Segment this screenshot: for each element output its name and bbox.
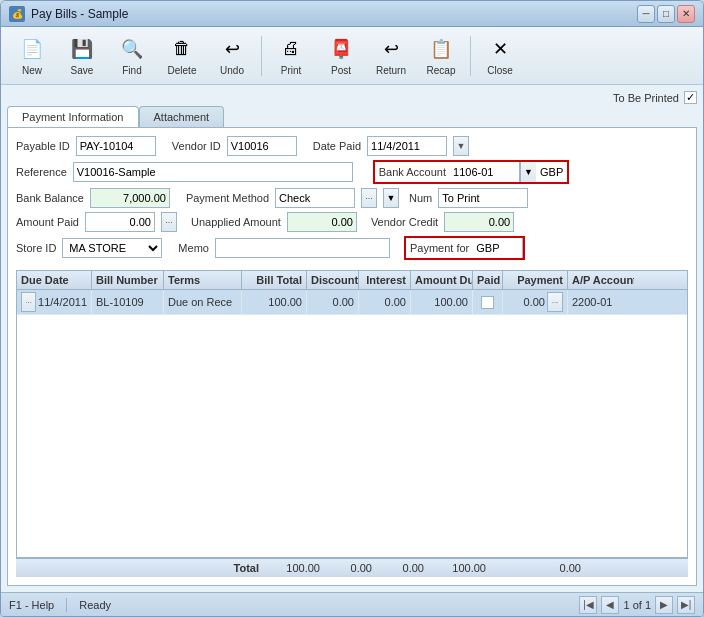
row-amount-paid: Amount Paid ··· Unapplied Amount Vendor …	[16, 212, 688, 232]
close-button[interactable]: ✕ Close	[477, 31, 523, 81]
title-bar: 💰 Pay Bills - Sample ─ □ ✕	[1, 1, 703, 27]
row-payable-id: Payable ID Vendor ID Date Paid ▼	[16, 136, 688, 156]
return-button[interactable]: ↩ Return	[368, 31, 414, 81]
nav-last-button[interactable]: ▶|	[677, 596, 695, 614]
status-text: Ready	[79, 599, 111, 611]
undo-icon: ↩	[218, 35, 246, 63]
col-header-billnum: Bill Number	[92, 271, 164, 289]
recap-label: Recap	[427, 65, 456, 76]
status-bar: F1 - Help Ready |◀ ◀ 1 of 1 ▶ ▶|	[1, 592, 703, 616]
nav-prev-button[interactable]: ◀	[601, 596, 619, 614]
bank-balance-input[interactable]	[90, 188, 170, 208]
print-label: Print	[281, 65, 302, 76]
cell-billnum: BL-10109	[92, 290, 164, 314]
memo-label: Memo	[178, 242, 209, 254]
payment-method-dropdown[interactable]: ▼	[383, 188, 399, 208]
title-buttons: ─ □ ✕	[637, 5, 695, 23]
amount-paid-btn[interactable]: ···	[161, 212, 177, 232]
toolbar-separator	[261, 36, 262, 76]
help-text: F1 - Help	[9, 599, 54, 611]
delete-button[interactable]: 🗑 Delete	[159, 31, 205, 81]
post-icon: 📮	[327, 35, 355, 63]
vendor-id-input[interactable]	[227, 136, 297, 156]
post-button[interactable]: 📮 Post	[318, 31, 364, 81]
amount-paid-input[interactable]	[85, 212, 155, 232]
vendor-credit-input[interactable]	[444, 212, 514, 232]
tab-payment[interactable]: Payment Information	[7, 106, 139, 127]
date-paid-input[interactable]	[367, 136, 447, 156]
payment-for-input[interactable]	[473, 238, 523, 258]
form-panel: Payable ID Vendor ID Date Paid ▼ Referen…	[7, 127, 697, 586]
date-paid-label: Date Paid	[313, 140, 361, 152]
payment-method-btn[interactable]: ···	[361, 188, 377, 208]
app-icon: 💰	[9, 6, 25, 22]
col-header-amountdue: Amount Due	[411, 271, 473, 289]
memo-input[interactable]	[215, 238, 390, 258]
page-info: 1 of 1	[623, 599, 651, 611]
window-title: Pay Bills - Sample	[31, 7, 128, 21]
vendor-credit-label: Vendor Credit	[371, 216, 438, 228]
num-label: Num	[409, 192, 432, 204]
minimize-button[interactable]: ─	[637, 5, 655, 23]
table-row[interactable]: ··· 11/4/2011 BL-10109 Due on Rece 100.0…	[17, 290, 687, 315]
find-label: Find	[122, 65, 141, 76]
payable-id-input[interactable]	[76, 136, 156, 156]
tab-attachment[interactable]: Attachment	[139, 106, 225, 127]
col-header-paid: Paid	[473, 271, 503, 289]
bank-account-input[interactable]	[450, 162, 520, 182]
date-picker-button[interactable]: ▼	[453, 136, 469, 156]
footer-total: Total 100.00 0.00 0.00 100.00 0.00	[16, 558, 688, 577]
payment-for-group: Payment for	[404, 236, 525, 260]
close-window-button[interactable]: ✕	[677, 5, 695, 23]
post-label: Post	[331, 65, 351, 76]
total-discount: 0.00	[324, 562, 376, 574]
find-button[interactable]: 🔍 Find	[109, 31, 155, 81]
payment-method-label: Payment Method	[186, 192, 269, 204]
cell-terms: Due on Rece	[164, 290, 242, 314]
cell-amountdue: 100.00	[411, 290, 473, 314]
payment-method-input[interactable]	[275, 188, 355, 208]
col-header-discount: Discount	[307, 271, 359, 289]
nav-controls: |◀ ◀ 1 of 1 ▶ ▶|	[579, 596, 695, 614]
grid-header: Due Date Bill Number Terms Bill Total Di…	[17, 271, 687, 290]
return-icon: ↩	[377, 35, 405, 63]
payable-id-label: Payable ID	[16, 140, 70, 152]
bills-grid: Due Date Bill Number Terms Bill Total Di…	[16, 270, 688, 558]
payment-ellipsis-btn[interactable]: ···	[547, 292, 563, 312]
print-button[interactable]: 🖨 Print	[268, 31, 314, 81]
tabs-row: Payment Information Attachment	[7, 106, 697, 127]
total-amountdue: 100.00	[428, 562, 490, 574]
print-icon: 🖨	[277, 35, 305, 63]
unapplied-amount-input[interactable]	[287, 212, 357, 232]
nav-next-button[interactable]: ▶	[655, 596, 673, 614]
recap-button[interactable]: 📋 Recap	[418, 31, 464, 81]
row-ellipsis-btn[interactable]: ···	[21, 292, 36, 312]
amount-paid-label: Amount Paid	[16, 216, 79, 228]
main-window: 💰 Pay Bills - Sample ─ □ ✕ 📄 New 💾 Save …	[0, 0, 704, 617]
total-interest: 0.00	[376, 562, 428, 574]
undo-button[interactable]: ↩ Undo	[209, 31, 255, 81]
cell-billtotal: 100.00	[242, 290, 307, 314]
find-icon: 🔍	[118, 35, 146, 63]
col-header-interest: Interest	[359, 271, 411, 289]
cell-paid[interactable]	[473, 290, 503, 314]
col-header-terms: Terms	[164, 271, 242, 289]
recap-icon: 📋	[427, 35, 455, 63]
delete-label: Delete	[168, 65, 197, 76]
num-input[interactable]	[438, 188, 528, 208]
print-label: To Be Printed	[613, 92, 679, 104]
status-separator	[66, 598, 67, 612]
save-button[interactable]: 💾 Save	[59, 31, 105, 81]
store-id-select[interactable]: MA STORE	[62, 238, 162, 258]
nav-first-button[interactable]: |◀	[579, 596, 597, 614]
reference-input[interactable]	[73, 162, 353, 182]
new-button[interactable]: 📄 New	[9, 31, 55, 81]
payment-for-label: Payment for	[406, 242, 473, 254]
bank-account-label: Bank Account	[375, 166, 450, 178]
col-header-payment: Payment	[503, 271, 568, 289]
paid-checkbox[interactable]	[481, 296, 494, 309]
print-checkbox[interactable]: ✓	[684, 91, 697, 104]
maximize-button[interactable]: □	[657, 5, 675, 23]
bank-account-dropdown[interactable]: ▼	[520, 162, 536, 182]
store-id-label: Store ID	[16, 242, 56, 254]
